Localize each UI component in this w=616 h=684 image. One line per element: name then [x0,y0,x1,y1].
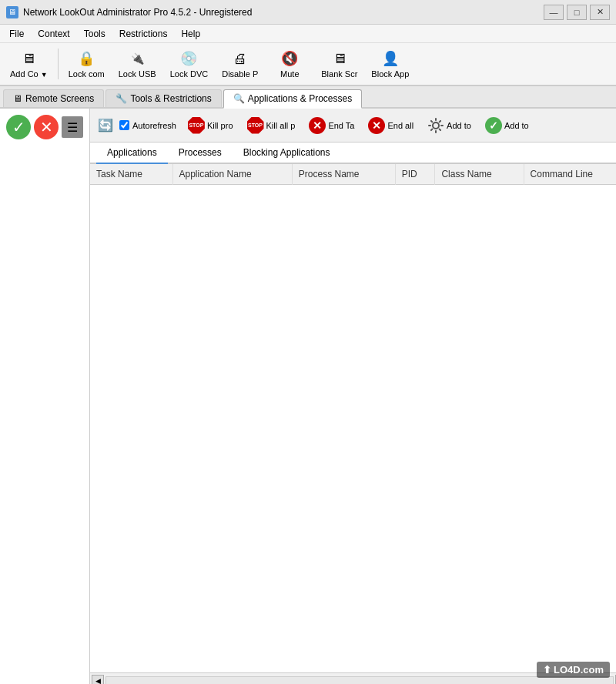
blank-scr-button[interactable]: 🖥 Blank Scr [316,45,363,82]
kill-pro-label: Kill pro [207,121,233,130]
end-all-button[interactable]: ✕ End all [363,114,419,137]
end-task-icon: ✕ [309,117,326,134]
watermark: ⬆ LO4D.com [537,662,610,678]
left-panel: ✓ ✕ ☰ [0,109,90,684]
end-all-label: End all [387,121,413,130]
menu-context[interactable]: Context [32,27,75,41]
tab-remote-screens[interactable]: 🖥 Remote Screens [3,89,104,107]
watermark-text: LO4D.com [554,664,604,676]
disable-p-label: Disable P [222,69,258,79]
block-app-icon: 👤 [381,49,400,68]
main-content-area: ✓ ✕ ☰ 🔄 Autorefresh STOP Kill pro [0,109,616,684]
title-bar-controls[interactable]: — □ ✕ [544,5,610,20]
col-command-line: Command Line [524,164,616,185]
refresh-icon: 🔄 [98,118,113,132]
kill-all-p-icon: STOP [247,117,264,134]
right-panel: 🔄 Autorefresh STOP Kill pro STOP Kill al… [90,109,616,684]
tools-restrictions-label: Tools & Restrictions [130,93,211,104]
table-header-row: Task Name Application Name Process Name … [90,164,616,185]
sub-tab-processes[interactable]: Processes [168,142,233,164]
menu-bar: File Context Tools Restrictions Help [0,25,616,43]
minimize-button[interactable]: — [544,5,564,20]
gear-svg [427,117,444,134]
add-to-block-label: Add to [447,121,471,130]
col-application-name: Application Name [172,164,292,185]
table-container[interactable]: Task Name Application Name Process Name … [90,164,616,672]
lock-com-icon: 🔒 [77,49,95,68]
main-toolbar: 🖥 Add Co ▼ 🔒 Lock com 🔌 Lock USB 💿 Lock … [0,43,616,86]
status-red-icon[interactable]: ✕ [34,115,59,139]
add-to-allow-label: Add to [504,121,529,130]
mute-label: Mute [280,69,299,79]
stop-sign-kill-pro: STOP [188,117,205,134]
menu-tools[interactable]: Tools [78,27,112,41]
sub-tab-applications[interactable]: Applications [96,142,168,164]
app-icon: 🖥 [6,6,18,18]
remote-screens-icon: 🖥 [13,93,22,104]
stop-sign-kill-all: STOP [247,117,264,134]
block-app-label: Block App [371,69,409,79]
lock-dvc-label: Lock DVC [170,69,209,79]
remote-screens-label: Remote Screens [25,93,94,104]
kill-pro-icon: STOP [188,117,205,134]
sub-tab-blocking-applications[interactable]: Blocking Applications [233,142,341,164]
watermark-icon: ⬆ [543,664,551,676]
block-app-button[interactable]: 👤 Block App [366,45,414,82]
svg-point-0 [433,122,439,129]
tab-applications-processes[interactable]: 🔍 Applications & Processes [223,89,362,109]
kill-pro-button[interactable]: STOP Kill pro [182,114,239,137]
sub-tab-bar: Applications Processes Blocking Applicat… [90,142,616,164]
red-x-end-all: ✕ [368,117,385,134]
lock-usb-icon: 🔌 [128,49,146,68]
green-check: ✓ [485,117,502,134]
col-class-name: Class Name [435,164,524,185]
tab-tools-restrictions[interactable]: 🔧 Tools & Restrictions [105,89,221,107]
end-all-icon: ✕ [368,117,385,134]
red-x-end-task: ✕ [309,117,326,134]
title-bar-left: 🖥 Network LookOut Administrator Pro 4.5.… [6,6,252,18]
add-co-button[interactable]: 🖥 Add Co ▼ [5,45,53,82]
action-toolbar: 🔄 Autorefresh STOP Kill pro STOP Kill al… [90,109,616,142]
close-button[interactable]: ✕ [590,5,610,20]
refresh-button[interactable]: 🔄 [95,115,116,136]
add-co-label: Add Co ▼ [10,69,48,79]
toolbar-divider-1 [58,49,59,79]
end-task-button[interactable]: ✕ End Ta [303,114,360,137]
autorefresh-label: Autorefresh [132,121,176,130]
autorefresh-checkbox[interactable] [119,120,129,130]
mute-icon: 🔇 [280,49,299,68]
end-task-label: End Ta [328,121,354,130]
lock-com-label: Lock com [69,69,105,79]
tools-restrictions-icon: 🔧 [116,93,127,104]
autorefresh-area: Autorefresh [119,120,176,130]
applications-processes-icon: 🔍 [233,93,245,104]
list-icon[interactable]: ☰ [62,116,83,138]
add-to-block-button[interactable]: Add to [422,114,477,137]
kill-all-p-button[interactable]: STOP Kill all p [242,114,301,137]
add-to-allow-button[interactable]: ✓ Add to [480,114,534,137]
disable-p-icon: 🖨 [231,49,249,68]
lock-usb-button[interactable]: 🔌 Lock USB [113,45,162,82]
lock-usb-label: Lock USB [119,69,156,79]
blank-scr-icon: 🖥 [330,49,349,68]
title-bar: 🖥 Network LookOut Administrator Pro 4.5.… [0,0,616,25]
col-pid: PID [395,164,435,185]
disable-p-button[interactable]: 🖨 Disable P [216,45,263,82]
scroll-left-button[interactable]: ◀ [92,675,104,685]
add-co-icon: 🖥 [19,49,38,68]
menu-file[interactable]: File [3,27,30,41]
mute-button[interactable]: 🔇 Mute [266,45,313,82]
col-process-name: Process Name [292,164,395,185]
lock-dvc-button[interactable]: 💿 Lock DVC [165,45,214,82]
main-tab-bar: 🖥 Remote Screens 🔧 Tools & Restrictions … [0,86,616,109]
status-icons-row: ✓ ✕ ☰ [6,115,83,139]
maximize-button[interactable]: □ [567,5,587,20]
applications-processes-label: Applications & Processes [248,93,352,104]
blank-scr-label: Blank Scr [321,69,357,79]
menu-help[interactable]: Help [175,27,206,41]
status-green-icon[interactable]: ✓ [6,115,31,139]
menu-restrictions[interactable]: Restrictions [113,27,174,41]
lock-dvc-icon: 💿 [179,49,198,68]
lock-com-button[interactable]: 🔒 Lock com [63,45,110,82]
kill-all-p-label: Kill all p [266,121,296,130]
